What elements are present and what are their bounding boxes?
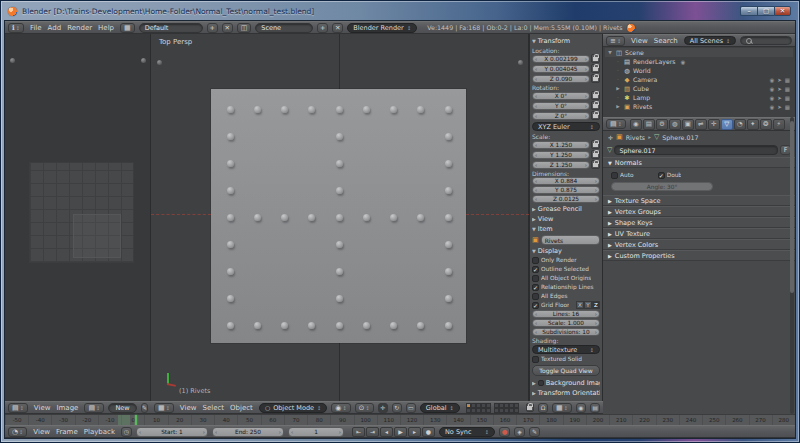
visibility-eye-icon[interactable]: ◉ bbox=[769, 95, 774, 101]
snap-toggle-button[interactable]: Ω bbox=[538, 403, 548, 413]
renderability-camera-icon[interactable]: ▦ bbox=[785, 77, 790, 83]
checkbox[interactable]: ✓ bbox=[532, 302, 539, 309]
breadcrumb-data[interactable]: Sphere.017 bbox=[662, 134, 698, 141]
scene-browse-button[interactable]: ◫ bbox=[237, 23, 252, 33]
render-opengl-anim-button[interactable]: ▤ bbox=[590, 403, 600, 413]
value-field[interactable]: ‹Z 0°› bbox=[532, 112, 590, 120]
scene-field[interactable]: Scene bbox=[255, 23, 313, 33]
rivet-sphere[interactable] bbox=[445, 322, 452, 329]
rivet-sphere[interactable] bbox=[227, 268, 234, 275]
increment-arrow[interactable]: › bbox=[585, 112, 587, 120]
editor-type-button[interactable]: ≡↕ bbox=[606, 36, 625, 46]
lock-button[interactable] bbox=[591, 64, 600, 73]
outliner-item-world[interactable]: ·◍World bbox=[605, 66, 793, 75]
editor-type-button[interactable]: ▤↕ bbox=[606, 119, 626, 129]
screen-layout-browse-button[interactable]: ▦ bbox=[120, 23, 135, 33]
rivet-sphere[interactable] bbox=[445, 133, 452, 140]
value-field[interactable]: ‹X 0°› bbox=[532, 92, 590, 100]
lock-button[interactable] bbox=[591, 74, 600, 83]
manipulator-translate-button[interactable]: ✛ bbox=[378, 403, 388, 413]
rivet-sphere[interactable] bbox=[445, 160, 452, 167]
checkbox[interactable] bbox=[532, 293, 539, 300]
lock-button[interactable] bbox=[591, 160, 600, 169]
panel-header-texture-space[interactable]: ▶Texture Space bbox=[603, 195, 795, 206]
menu-image[interactable]: Image bbox=[54, 404, 80, 412]
outliner-item-rivets[interactable]: ▶▣Rivets◉➤▦ bbox=[605, 102, 793, 111]
menu-view[interactable]: View bbox=[629, 37, 650, 45]
lock-button[interactable] bbox=[591, 111, 600, 120]
rivet-sphere[interactable] bbox=[336, 106, 343, 113]
visibility-eye-icon[interactable]: ◉ bbox=[769, 104, 774, 110]
checkbox[interactable]: ✓ bbox=[658, 172, 665, 179]
jump-to-end-button[interactable]: ⇥ bbox=[366, 427, 379, 437]
tab-object[interactable]: ▣ bbox=[682, 119, 694, 130]
rivet-sphere[interactable] bbox=[445, 268, 452, 275]
riveted-plate-object[interactable] bbox=[211, 89, 466, 343]
axis-toggle-z[interactable]: Z bbox=[592, 301, 600, 309]
rivet-sphere[interactable] bbox=[417, 106, 424, 113]
rivet-sphere[interactable] bbox=[363, 322, 370, 329]
rivet-sphere[interactable] bbox=[254, 106, 261, 113]
region-corner-widget[interactable] bbox=[141, 58, 146, 63]
object-name-field[interactable]: Rivets bbox=[541, 235, 600, 245]
rivet-sphere[interactable] bbox=[308, 106, 315, 113]
menu-view[interactable]: View bbox=[32, 404, 53, 412]
manipulator-rotate-button[interactable]: ↻ bbox=[392, 403, 402, 413]
breadcrumb-object[interactable]: Rivets bbox=[626, 134, 645, 141]
increment-arrow[interactable]: › bbox=[585, 65, 587, 73]
outliner-item-renderlayers[interactable]: ·▤RenderLayers◉ bbox=[605, 57, 793, 66]
visibility-eye-icon[interactable]: ◉ bbox=[769, 86, 774, 92]
render-opengl-button[interactable]: ◉ bbox=[576, 403, 586, 413]
menu-search[interactable]: Search bbox=[652, 37, 680, 45]
value-field[interactable]: ‹Z 0.0125› bbox=[532, 195, 600, 203]
use-preview-range-button[interactable]: ◷ bbox=[121, 427, 132, 437]
rivet-sphere[interactable] bbox=[308, 214, 315, 221]
menu-select[interactable]: Select bbox=[200, 404, 226, 412]
menu-view[interactable]: View bbox=[178, 404, 199, 412]
tab-material[interactable]: ◔ bbox=[734, 119, 746, 130]
value-field[interactable]: ‹Z 1.250› bbox=[532, 161, 590, 169]
close-button[interactable]: ✕ bbox=[774, 6, 791, 16]
rotation-mode-dropdown[interactable]: XYZ Euler↕ bbox=[532, 122, 600, 131]
uv-image-editor[interactable] bbox=[5, 34, 151, 401]
tab-modifiers[interactable]: ✛ bbox=[708, 119, 720, 130]
render-engine-dropdown[interactable]: Blender Render↕ bbox=[347, 23, 417, 33]
jump-to-start-button[interactable]: ⇤ bbox=[352, 427, 365, 437]
rivet-sphere[interactable] bbox=[390, 322, 397, 329]
timeline-ruler[interactable]: -50-40-30-20-100102030405060708090100110… bbox=[5, 414, 795, 425]
lock-button[interactable] bbox=[591, 91, 600, 100]
increment-arrow[interactable]: › bbox=[595, 186, 597, 194]
rivet-sphere[interactable] bbox=[227, 214, 234, 221]
outliner-item-cube[interactable]: ▶▧Cube◉➤▦ bbox=[605, 84, 793, 93]
increment-arrow[interactable]: › bbox=[585, 151, 587, 159]
shading-mode-dropdown[interactable]: Multitexture↕ bbox=[532, 345, 600, 354]
manipulator-scale-button[interactable]: ▭ bbox=[406, 403, 416, 413]
increment-arrow[interactable]: › bbox=[585, 161, 587, 169]
panel-header-custom-properties[interactable]: ▶Custom Properties bbox=[603, 250, 795, 261]
increment-arrow[interactable]: › bbox=[595, 177, 597, 185]
rivet-sphere[interactable] bbox=[445, 295, 452, 302]
increment-arrow[interactable]: › bbox=[595, 310, 597, 318]
visibility-eye-icon[interactable]: ◉ bbox=[769, 77, 774, 83]
image-pin-button[interactable]: ✎ bbox=[141, 403, 148, 413]
transform-orientations-panel-header[interactable]: ▶Transform Orientations bbox=[532, 388, 600, 398]
menu-object[interactable]: Object bbox=[228, 404, 255, 412]
axis-toggle-y[interactable]: Y bbox=[584, 301, 592, 309]
rivet-sphere[interactable] bbox=[227, 187, 234, 194]
rivet-sphere[interactable] bbox=[417, 322, 424, 329]
rivet-sphere[interactable] bbox=[363, 214, 370, 221]
lock-layers-button[interactable] bbox=[526, 403, 534, 412]
increment-arrow[interactable]: › bbox=[585, 141, 587, 149]
frame-end-field[interactable]: ‹End: 250› bbox=[212, 427, 284, 437]
delete-scene-button[interactable]: ✕ bbox=[332, 23, 343, 33]
checkbox[interactable] bbox=[532, 275, 539, 282]
rivet-sphere[interactable] bbox=[336, 268, 343, 275]
rivet-sphere[interactable] bbox=[281, 214, 288, 221]
rivet-sphere[interactable] bbox=[445, 241, 452, 248]
increment-arrow[interactable]: › bbox=[595, 195, 597, 203]
value-field[interactable]: ‹Scale: 1.000› bbox=[532, 319, 600, 327]
value-field[interactable]: ‹X 0.002199› bbox=[532, 55, 590, 63]
increment-arrow[interactable]: › bbox=[585, 102, 587, 110]
insert-keyframe-button[interactable]: ✎ bbox=[529, 427, 540, 437]
previous-frame-button[interactable]: ◂ bbox=[380, 427, 393, 437]
